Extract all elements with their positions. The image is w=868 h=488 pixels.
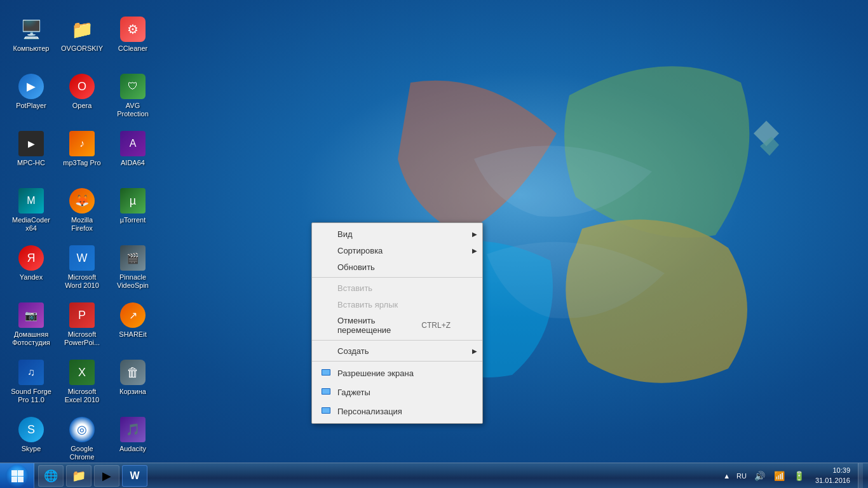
menu-separator-sep1 [312, 277, 482, 278]
tray-expand[interactable]: ▲ [721, 472, 732, 480]
svg-rect-7 [322, 408, 330, 413]
desktop-icon-ovgorskiy[interactable]: 📁OVGORSKIY [57, 13, 107, 70]
desktop-icon-excel2010[interactable]: XMicrosoft Excel 2010 [57, 356, 107, 413]
menu-item-paste-link: Вставить ярлык [312, 296, 482, 313]
pinnacle-icon: 🎬 [120, 245, 146, 271]
avg-icon: 🛡 [120, 74, 146, 99]
menu-separator-sep2 [312, 340, 482, 341]
menu-label-screen-res: Разрешение экрана [337, 369, 414, 378]
system-tray: ▲ RU 🔊 📶 🔋 10:39 31.01.2016 [716, 463, 868, 488]
taskbar-word[interactable]: W [122, 465, 147, 487]
menu-item-create[interactable]: Создать▶ [312, 342, 482, 359]
menu-item-view[interactable]: Вид▶ [312, 226, 482, 242]
yandex-label: Yandex [20, 273, 43, 281]
desktop-icon-word2010[interactable]: WMicrosoft Word 2010 [57, 241, 107, 299]
audacity-label: Audacity [119, 445, 146, 453]
start-button[interactable] [0, 463, 34, 489]
potplayer-icon: ▶ [18, 74, 44, 99]
mediacoder-label: MediaCoder x64 [9, 216, 53, 233]
ovgorskiy-label: OVGORSKIY [61, 44, 103, 53]
menu-item-undo-move[interactable]: Отменить перемещениеCTRL+Z [312, 313, 482, 338]
menu-item-sort[interactable]: Сортировка▶ [312, 242, 482, 259]
clock[interactable]: 10:39 31.01.2016 [810, 466, 855, 485]
firefox-icon: 🦊 [69, 188, 95, 214]
explorer-icon: 📁 [72, 469, 86, 483]
desktop-icon-powerpoint[interactable]: PMicrosoft PowerPoi... [57, 299, 107, 356]
desktop-icon-soundforge[interactable]: ♫Sound Forge Pro 11.0 [6, 356, 56, 413]
pinnacle-label: Pinnacle VideoSpin [111, 273, 155, 290]
desktop-icon-shareit[interactable]: ↗SHAREit [108, 299, 158, 356]
computer-icon: 🖥️ [18, 17, 44, 42]
desktop-icon-potplayer[interactable]: ▶PotPlayer [6, 70, 56, 127]
menu-label-paste: Вставить [337, 283, 372, 293]
desktop-icon-aida64[interactable]: AAIDA64 [108, 127, 158, 184]
ccleaner-label: CCleaner [118, 44, 147, 53]
computer-label: Компьютер [13, 44, 50, 53]
desktop-icon-korzina[interactable]: 🗑Корзина [108, 356, 158, 413]
svg-rect-9 [18, 470, 24, 476]
desktop-icon-mediacoder[interactable]: MMediaCoder x64 [6, 184, 56, 241]
desktop-icon-computer[interactable]: 🖥️Компьютер [6, 13, 56, 70]
menu-icon-personalize [320, 405, 332, 417]
menu-item-paste: Вставить [312, 280, 482, 296]
desktop-icons-container: 🖥️Компьютер📁OVGORSKIY⚙CCleaner▶PotPlayer… [0, 6, 165, 477]
desktop-icon-audacity[interactable]: 🎵Audacity [108, 413, 158, 470]
opera-icon: O [69, 74, 95, 99]
desktop-icon-yandex[interactable]: ЯYandex [6, 241, 56, 299]
media-icon: ▶ [102, 469, 111, 483]
menu-label-paste-link: Вставить ярлык [337, 300, 398, 309]
tray-expand-icon: ▲ [723, 472, 730, 480]
menu-item-refresh[interactable]: Обновить [312, 259, 482, 275]
tray-lang-label: RU [736, 472, 747, 480]
avg-label: AVG Protection [111, 102, 155, 118]
fotostudio-icon: 📷 [18, 302, 44, 328]
desktop-icon-opera[interactable]: OOpera [57, 70, 107, 127]
audacity-icon: 🎵 [120, 417, 146, 442]
desktop-icon-avg[interactable]: 🛡AVG Protection [108, 70, 158, 127]
chrome-icon: ◎ [69, 417, 95, 442]
menu-label-gadgets: Гаджеты [337, 388, 370, 397]
mpchc-label: MPC-HC [17, 159, 45, 167]
desktop-icon-skype[interactable]: SSkype [6, 413, 56, 470]
desktop-icon-fotostudio[interactable]: 📷Домашняя Фотостудия [6, 299, 56, 356]
tray-battery[interactable]: 🔋 [790, 471, 808, 481]
svg-rect-5 [322, 389, 330, 394]
aida64-icon: A [120, 131, 146, 156]
svg-marker-1 [760, 137, 779, 156]
taskbar-items: 🌐 📁 ▶ W [34, 463, 716, 488]
taskbar-explorer[interactable]: 📁 [66, 465, 92, 487]
show-desktop-button[interactable] [858, 463, 863, 489]
desktop-icon-utorrent[interactable]: µµTorrent [108, 184, 158, 241]
menu-separator-sep3 [312, 361, 482, 362]
skype-icon: S [18, 417, 44, 442]
network-icon: 📶 [774, 471, 785, 481]
battery-icon: 🔋 [794, 471, 804, 481]
menu-arrow-sort: ▶ [472, 247, 477, 254]
menu-item-personalize[interactable]: Персонализация [312, 402, 482, 421]
menu-icon-screen-res [320, 367, 332, 379]
menu-item-gadgets[interactable]: Гаджеты [312, 383, 482, 402]
svg-rect-10 [11, 477, 17, 482]
start-orb [6, 464, 29, 487]
context-menu: Вид▶Сортировка▶ОбновитьВставитьВставить … [311, 222, 483, 424]
desktop-icon-firefox[interactable]: 🦊Mozilla Firefox [57, 184, 107, 241]
utorrent-icon: µ [120, 188, 146, 214]
tray-language[interactable]: RU [735, 472, 749, 480]
desktop-icon-chrome[interactable]: ◎Google Chrome [57, 413, 107, 470]
menu-icon-gadgets [320, 386, 332, 398]
tray-volume[interactable]: 🔊 [751, 471, 768, 481]
desktop-icon-mp3tag[interactable]: ♪mp3Tag Pro [57, 127, 107, 184]
menu-item-screen-res[interactable]: Разрешение экрана [312, 363, 482, 383]
svg-rect-11 [18, 477, 24, 482]
taskbar-ie[interactable]: 🌐 [38, 465, 64, 487]
taskbar-media[interactable]: ▶ [94, 465, 119, 487]
shareit-icon: ↗ [120, 302, 146, 328]
desktop-icon-pinnacle[interactable]: 🎬Pinnacle VideoSpin [108, 241, 158, 299]
soundforge-icon: ♫ [18, 360, 44, 385]
tray-network[interactable]: 📶 [771, 471, 788, 481]
excel2010-icon: X [69, 360, 95, 385]
aida64-label: AIDA64 [121, 159, 145, 167]
menu-shortcut-undo-move: CTRL+Z [421, 321, 463, 330]
desktop-icon-ccleaner[interactable]: ⚙CCleaner [108, 13, 158, 70]
desktop-icon-mpchc[interactable]: ▶MPC-HC [6, 127, 56, 184]
